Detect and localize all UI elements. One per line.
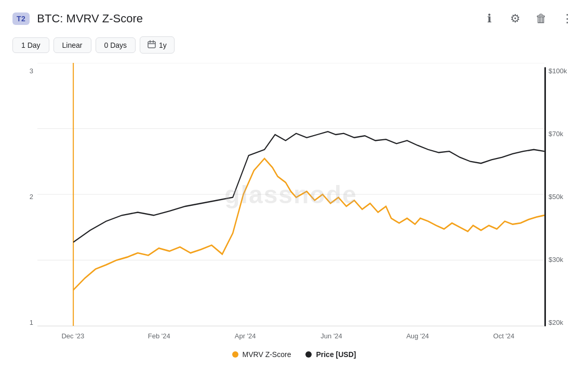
svg-rect-0 bbox=[148, 42, 155, 48]
chart-header: T2 BTC: MVRV Z-Score ℹ ⚙ 🗑 ⋮ bbox=[12, 10, 576, 27]
range-button[interactable]: 1y bbox=[140, 36, 175, 54]
y-label-70k: $70k bbox=[544, 130, 576, 138]
y-axis-left: 3 2 1 bbox=[12, 63, 37, 345]
scale-button[interactable]: Linear bbox=[54, 37, 91, 53]
offset-button[interactable]: 0 Days bbox=[96, 37, 136, 53]
x-label-jun24: Jun '24 bbox=[320, 332, 342, 340]
chart-title: BTC: MVRV Z-Score bbox=[37, 12, 143, 25]
legend-mvrv-dot bbox=[232, 351, 238, 358]
info-icon[interactable]: ℹ bbox=[481, 10, 498, 27]
y-label-50k: $50k bbox=[544, 193, 576, 201]
more-icon[interactable]: ⋮ bbox=[559, 10, 576, 27]
chart-svg bbox=[37, 63, 544, 326]
y-axis-right: $100k $70k $50k $30k $20k bbox=[544, 63, 576, 345]
chart-area: 3 2 1 glassnode bbox=[12, 63, 576, 345]
x-label-aug24: Aug '24 bbox=[406, 332, 429, 340]
mvrv-line bbox=[73, 159, 544, 290]
header-left: T2 BTC: MVRV Z-Score bbox=[12, 12, 143, 25]
x-label-dec23: Dec '23 bbox=[61, 332, 84, 340]
legend-mvrv-label: MVRV Z-Score bbox=[243, 350, 291, 359]
toolbar: 1 Day Linear 0 Days 1y bbox=[12, 36, 576, 54]
legend-price-label: Price [USD] bbox=[316, 350, 356, 359]
right-axis-line bbox=[544, 67, 546, 326]
chart-plot: glassnode bbox=[37, 63, 544, 326]
legend-price-dot bbox=[305, 351, 312, 358]
y-label-20k: $20k bbox=[544, 319, 576, 326]
settings-icon[interactable]: ⚙ bbox=[507, 10, 524, 27]
legend: MVRV Z-Score Price [USD] bbox=[12, 347, 576, 361]
y-label-30k: $30k bbox=[544, 256, 576, 263]
y-label-100k: $100k bbox=[544, 67, 576, 75]
range-label: 1y bbox=[159, 41, 167, 49]
x-label-oct24: Oct '24 bbox=[493, 332, 515, 340]
header-icons: ℹ ⚙ 🗑 ⋮ bbox=[481, 10, 576, 27]
legend-price: Price [USD] bbox=[305, 350, 356, 359]
x-label-apr24: Apr '24 bbox=[235, 332, 256, 340]
timeframe-button[interactable]: 1 Day bbox=[12, 37, 49, 53]
app-container: T2 BTC: MVRV Z-Score ℹ ⚙ 🗑 ⋮ 1 Day Linea… bbox=[0, 0, 588, 369]
calendar-icon bbox=[148, 40, 156, 50]
legend-mvrv: MVRV Z-Score bbox=[232, 350, 291, 359]
t2-badge: T2 bbox=[12, 12, 30, 25]
y-label-1: 1 bbox=[12, 319, 37, 326]
delete-icon[interactable]: 🗑 bbox=[533, 10, 550, 27]
y-label-2: 2 bbox=[12, 193, 37, 201]
chart-inner: glassnode bbox=[37, 63, 544, 345]
y-label-3: 3 bbox=[12, 67, 37, 75]
x-axis: Dec '23 Feb '24 Apr '24 Jun '24 Aug '24 … bbox=[37, 326, 544, 345]
x-label-feb24: Feb '24 bbox=[148, 332, 170, 340]
